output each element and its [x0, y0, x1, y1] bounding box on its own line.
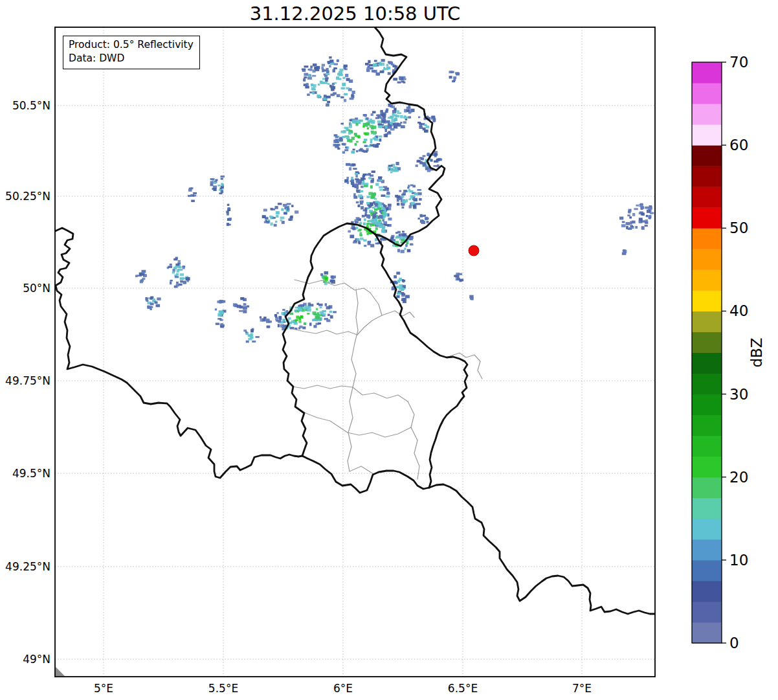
radar-echo-cell	[342, 136, 346, 138]
colorbar-band	[692, 311, 722, 332]
radar-echo-cell	[392, 106, 395, 108]
radar-echo-cell	[367, 120, 370, 122]
radar-echo-cell	[340, 96, 344, 98]
radar-echo-cell	[457, 278, 460, 280]
radar-echo-cell	[183, 267, 185, 269]
radar-echo-cell	[339, 69, 343, 71]
radar-echo-cell	[333, 69, 336, 73]
radar-echo-cell	[422, 162, 426, 164]
colorbar-band	[692, 207, 722, 229]
colorbar-band	[692, 581, 722, 602]
radar-echo-cell	[388, 117, 392, 119]
radar-echo-cell	[364, 245, 366, 247]
radar-echo-cell	[642, 212, 645, 216]
radar-echo-cell	[375, 183, 379, 186]
radar-echo-cell	[372, 111, 376, 113]
radar-echo-cell	[417, 189, 421, 191]
radar-echo-cell	[361, 186, 364, 188]
radar-echo-cell	[243, 330, 247, 332]
radar-echo-cell	[366, 122, 370, 126]
radar-echo-cell	[629, 216, 632, 218]
radar-echo-cell	[414, 192, 417, 195]
radar-echo-cell	[280, 217, 285, 220]
radar-echo-cell	[635, 226, 638, 229]
y-tick-label: 49.5°N	[12, 467, 50, 480]
radar-echo-cell	[645, 207, 648, 209]
radar-echo-cell	[312, 92, 315, 95]
radar-echo-cell	[140, 273, 145, 275]
radar-echo-cell	[370, 67, 373, 70]
map-corner-triangle	[56, 667, 65, 676]
data-source-line: Data: DWD	[69, 52, 194, 65]
radar-echo-cell	[632, 221, 636, 224]
radar-echo-cell	[349, 167, 351, 170]
radar-echo-cell	[397, 249, 400, 252]
colorbar-band	[692, 332, 722, 353]
radar-echo-cell	[392, 113, 395, 116]
radar-echo-cell	[649, 215, 652, 218]
radar-echo-cell	[330, 315, 333, 319]
radar-echo-cell	[319, 314, 322, 316]
radar-echo-cell	[309, 69, 312, 71]
colorbar-band	[692, 353, 722, 374]
radar-echo-cell	[276, 211, 280, 214]
radar-echo-cell	[369, 220, 372, 222]
radar-echo-cell	[222, 300, 226, 303]
radar-echo-cell	[359, 222, 362, 225]
radar-echo-cell	[379, 179, 383, 181]
radar-echo-cell	[371, 113, 373, 116]
radar-echo-cell	[279, 319, 282, 322]
radar-echo-cell	[155, 301, 158, 304]
radar-echo-cell	[317, 312, 320, 315]
radar-echo-cell	[403, 82, 406, 84]
radar-echo-cell	[289, 313, 293, 315]
radar-echo-cell	[401, 203, 405, 206]
radar-echo-cell	[404, 109, 407, 112]
radar-echo-cell	[333, 144, 336, 146]
colorbar-band	[692, 62, 722, 84]
radar-echo-cell	[352, 91, 355, 94]
admin-borders	[293, 280, 482, 479]
radar-echo-cell	[217, 313, 222, 317]
radar-echo-cell	[355, 227, 358, 229]
radar-echo-cell	[248, 338, 252, 341]
radar-echo-cell	[295, 319, 298, 321]
admin-border-line	[304, 412, 348, 433]
radar-echo-cell	[627, 214, 630, 216]
radar-echo-cell	[135, 275, 138, 277]
radar-echo-cell	[267, 221, 270, 223]
radar-echo-cell	[176, 284, 180, 286]
radar-echo-cell	[309, 74, 311, 77]
radar-echo-cell	[418, 117, 420, 119]
radar-echo-cell	[304, 73, 309, 76]
radar-echo-cell	[328, 314, 330, 316]
radar-echo-cell	[302, 69, 306, 72]
radar-echo-cell	[318, 304, 323, 306]
radar-echo-cell	[396, 286, 399, 288]
radar-echo-cell	[295, 310, 298, 312]
radar-echo-cell	[377, 120, 381, 123]
radar-echo-cell	[386, 193, 390, 195]
radar-echo-cell	[397, 203, 399, 205]
radar-echo-cell	[271, 216, 274, 218]
radar-echo-cell	[385, 110, 388, 113]
radar-echo-cell	[193, 192, 197, 194]
radar-echo-cell	[304, 322, 306, 325]
radar-echo-cell	[366, 223, 370, 225]
radar-echo-cell	[403, 280, 405, 282]
radar-echo-cell	[427, 169, 431, 172]
colorbar-tick-label: 30	[729, 386, 748, 403]
radar-echo-cell	[350, 235, 354, 238]
radar-echo-cell	[339, 78, 342, 80]
radar-echo-cell	[320, 273, 323, 276]
radar-echo-cell	[304, 306, 307, 309]
radar-echo-cell	[408, 116, 411, 119]
radar-echo-cell	[331, 89, 333, 91]
radar-echo-cell	[360, 190, 364, 192]
admin-border-line	[351, 289, 358, 387]
radar-echo-cell	[342, 84, 345, 85]
colorbar: 010203040506070dBZ	[692, 54, 765, 651]
radar-echo-cell	[313, 63, 317, 66]
radar-echo-cell	[188, 195, 191, 197]
radar-echo-cell	[401, 288, 404, 291]
